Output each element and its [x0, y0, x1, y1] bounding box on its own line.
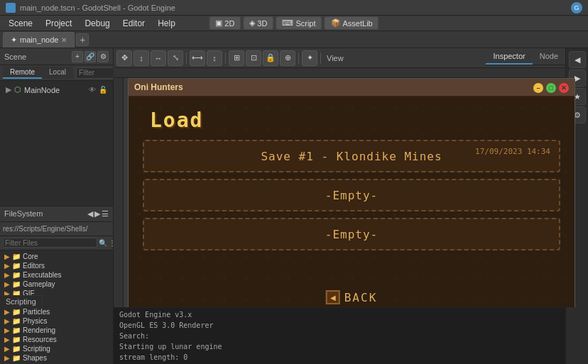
toolbar-separator [298, 53, 299, 64]
node-visibility-icon[interactable]: 👁 [89, 86, 96, 94]
fs-folder-icon: 📁 [12, 271, 21, 279]
fs-folder-icon: 📁 [12, 326, 21, 334]
mode-script-button[interactable]: ⌨ Script [276, 16, 322, 30]
mode-assetlib-button[interactable]: 📦 AssetLib [325, 16, 379, 30]
scene-options-button[interactable]: ⚙ [97, 51, 109, 62]
output-line-1: Godot Engine v3.x [119, 309, 582, 320]
mode-3d-icon: ◈ [249, 18, 255, 28]
assetlib-icon: 📦 [331, 18, 341, 28]
fs-item-executables[interactable]: ▶ 📁 Executables [1, 270, 111, 280]
filesystem-filter-input[interactable] [3, 238, 97, 248]
fs-item-shapes[interactable]: ▶ 📁 Shapes [1, 353, 111, 363]
game-close-button[interactable]: ✕ [559, 83, 569, 93]
toolbar-separator [320, 53, 321, 64]
tool-flip-h-button[interactable]: ⟷ [190, 50, 205, 66]
tool-bone-button[interactable]: ✦ [302, 50, 317, 66]
save-slot-1-label: Save #1 - Klondike Mines [261, 150, 442, 163]
tool-group-button[interactable]: ⊕ [280, 50, 295, 66]
inspector-tab-node[interactable]: Node [533, 49, 565, 65]
scene-tree: ▶ ⬡ MainNode 👁 🔓 [0, 81, 113, 206]
inspector-history-back[interactable]: ◀ [569, 51, 586, 68]
save-slot-3[interactable]: -Empty- [143, 218, 560, 250]
filesystem-panel: FileSystem ◀ ▶ ☰ res://Scripts/Engine/Sh… [0, 206, 113, 365]
node-lock-icon[interactable]: 🔓 [99, 86, 107, 94]
link-node-button[interactable]: 🔗 [85, 51, 96, 62]
menu-scene[interactable]: Scene [3, 17, 38, 30]
fs-item-particles[interactable]: ▶ 📁 Particles [1, 307, 111, 316]
mode-3d-button[interactable]: ◈ 3D [243, 16, 273, 30]
menu-debug[interactable]: Debug [79, 17, 115, 30]
game-window-title: Oni Hunters [134, 82, 183, 92]
folder-icon: ▶ [4, 253, 10, 260]
folder-icon: ▶ [4, 336, 10, 343]
back-icon: ◀ [326, 290, 340, 304]
save-slot-1-date: 17/09/2023 14:34 [475, 147, 550, 156]
filesystem-path: res://Scripts/Engine/Shells/ [0, 222, 113, 236]
output-line-2: OpenGL ES 3.0 Renderer [119, 320, 582, 331]
scene-filter: Remote Local 🔍 ⋮ [0, 65, 113, 81]
fs-back-icon[interactable]: ◀ [87, 209, 93, 219]
scene-node-mainnode[interactable]: ▶ ⬡ MainNode 👁 🔓 [3, 84, 110, 96]
game-window-titlebar: Oni Hunters – □ ✕ [129, 79, 575, 97]
menu-help[interactable]: Help [152, 17, 181, 30]
inspector-tabs: Inspector Node [486, 48, 565, 65]
fs-folder-icon: 📁 [12, 345, 21, 353]
fs-options-icon[interactable]: ☰ [102, 209, 109, 219]
scene-tab-remote[interactable]: Remote [3, 67, 42, 79]
fs-item-core[interactable]: ▶ 📁 Core [1, 252, 111, 261]
save-slot-1[interactable]: Save #1 - Klondike Mines 17/09/2023 14:3… [143, 140, 560, 172]
scene-panel: Scene + 🔗 ⚙ Remote Local 🔍 ⋮ [0, 48, 113, 206]
folder-icon: ▶ [4, 317, 10, 325]
godot-icon-button[interactable]: G [571, 2, 582, 13]
view-label[interactable]: View [324, 54, 347, 62]
tool-snap-button[interactable]: ⊡ [246, 50, 261, 66]
output-line-5: Starting up lunar engine [119, 341, 582, 352]
fs-item-scripting[interactable]: ▶ 📁 Scripting [1, 344, 111, 353]
game-back-button[interactable]: ◀ BACK [326, 290, 378, 304]
scene-header: Scene + 🔗 ⚙ [0, 48, 113, 65]
tool-select-button[interactable]: ✥ [116, 50, 132, 66]
fs-folder-icon: 📁 [12, 262, 21, 270]
add-tab-button[interactable]: + [76, 33, 89, 46]
tool-rotate-button[interactable]: ↔ [151, 50, 166, 66]
filesystem-filter: 🔍 ⋮ [0, 236, 113, 250]
fs-forward-icon[interactable]: ▶ [94, 209, 100, 219]
menu-editor[interactable]: Editor [117, 17, 151, 30]
game-window: Oni Hunters – □ ✕ Load Save #1 - Klondik… [128, 78, 575, 307]
tool-lock-button[interactable]: 🔒 [263, 50, 278, 66]
output-panel: Godot Engine v3.x OpenGL ES 3.0 Renderer… [114, 307, 588, 364]
node-expand-icon: ▶ [6, 85, 11, 94]
godot-logo-icon [6, 3, 16, 13]
add-node-button[interactable]: + [72, 51, 83, 62]
folder-icon: ▶ [4, 345, 10, 353]
output-line-4: Search: [119, 331, 582, 341]
tab-close-button[interactable]: ✕ [61, 36, 67, 44]
left-panel: Scene + 🔗 ⚙ Remote Local 🔍 ⋮ [0, 48, 114, 364]
save-slot-2[interactable]: -Empty- [143, 179, 560, 211]
scene-filter-input[interactable] [76, 67, 119, 79]
game-minimize-button[interactable]: – [533, 83, 543, 93]
fs-item-gameplay[interactable]: ▶ 📁 Gameplay [1, 280, 111, 289]
fs-item-resources[interactable]: ▶ 📁 Resources [1, 335, 111, 344]
scene-header-label: Scene [4, 53, 26, 61]
fs-item-rendering[interactable]: ▶ 📁 Rendering [1, 326, 111, 335]
menu-project[interactable]: Project [40, 17, 77, 30]
tab-main-node[interactable]: ✦ main_node ✕ [3, 32, 75, 48]
tool-flip-v-button[interactable]: ↕ [207, 50, 222, 66]
inspector-tab-inspector[interactable]: Inspector [486, 49, 532, 65]
toolbar-separator [186, 53, 187, 64]
folder-icon: ▶ [4, 271, 10, 279]
tool-scale-button[interactable]: ⤡ [168, 50, 183, 66]
game-maximize-button[interactable]: □ [546, 83, 556, 93]
node-icon: ⬡ [14, 85, 21, 94]
scripting-label: Scripting [0, 295, 43, 307]
fs-filter-icon: 🔍 [99, 239, 107, 247]
fs-item-physics[interactable]: ▶ 📁 Physics [1, 316, 111, 326]
mode-2d-button[interactable]: ▣ 2D [209, 16, 241, 30]
tool-move-button[interactable]: ↕ [134, 50, 149, 66]
fs-item-editors[interactable]: ▶ 📁 Editors [1, 261, 111, 270]
save-slot-2-label: -Empty- [325, 189, 378, 202]
back-label: BACK [344, 291, 378, 304]
scene-tab-local[interactable]: Local [42, 67, 73, 79]
tool-grid-button[interactable]: ⊞ [229, 50, 244, 66]
